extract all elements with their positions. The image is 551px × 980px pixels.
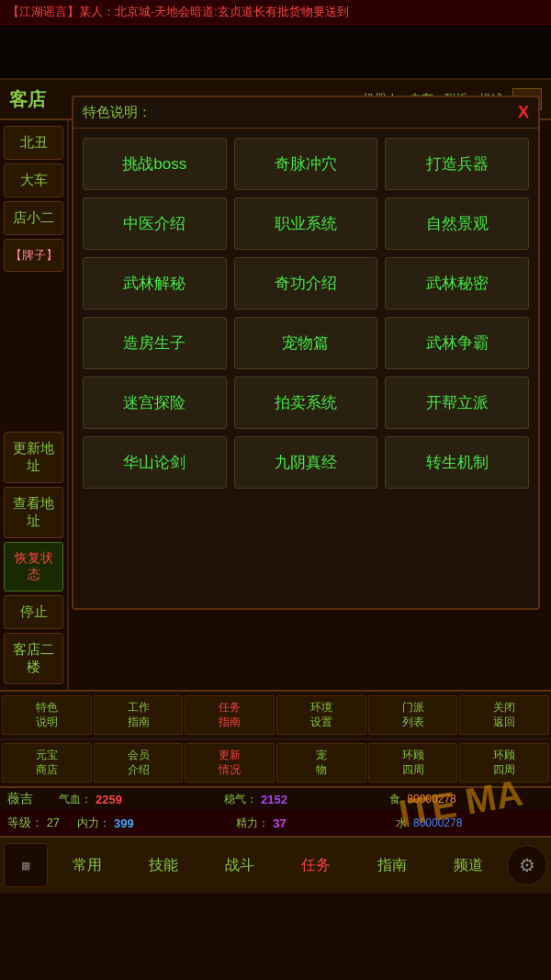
nav-btn-指南[interactable]: 指南	[354, 850, 429, 881]
sidebar-item-update-addr[interactable]: 更新地址	[4, 432, 63, 483]
modal-grid-cell-6[interactable]: 武林解秘	[83, 257, 227, 310]
modal-header: 特色说明： X	[73, 97, 538, 129]
nav-icon-left[interactable]: ▦	[4, 843, 48, 887]
toolbar2-btn-1[interactable]: 会员 介绍	[94, 743, 184, 783]
toolbar1-btn-0[interactable]: 特色 说明	[2, 695, 92, 735]
inner-label: 内力：	[77, 816, 110, 831]
water-block: 水. 80000278	[392, 813, 551, 834]
toolbar1-btn-3[interactable]: 环境 设置	[276, 695, 366, 735]
nav-btn-常用[interactable]: 常用	[50, 850, 124, 881]
modal-title: 特色说明：	[83, 104, 152, 121]
bottom-nav: ▦ 常用技能战斗任务指南频道⚙	[0, 836, 551, 893]
water-label: 水.	[396, 816, 410, 831]
stamina-value: 37	[273, 817, 286, 830]
inner-block: 内力： 399	[73, 813, 232, 834]
mp-value: 2152	[261, 793, 287, 806]
modal-grid-cell-8[interactable]: 武林秘密	[385, 257, 529, 310]
level-value: 27	[47, 816, 60, 829]
nav-btn-战斗[interactable]: 战斗	[202, 850, 276, 881]
sidebar-item-beichou[interactable]: 北丑	[4, 126, 63, 160]
mp-block: 稳气： 2152	[220, 789, 386, 810]
level-label: 等级：	[7, 816, 43, 829]
stats-row1: 薇吉 气血： 2259 稳气： 2152 食. 80000278	[0, 788, 551, 810]
modal-close-button[interactable]: X	[518, 103, 529, 122]
modal-overlay: 特色说明： X 挑战boss奇脉冲穴打造兵器中医介绍职业系统自然景观武林解秘奇功…	[72, 96, 540, 610]
sidebar-spacer	[4, 276, 63, 428]
sidebar-item-stop[interactable]: 停止	[4, 595, 63, 629]
modal-grid-cell-16[interactable]: 九阴真经	[234, 436, 378, 489]
sidebar-item-recover[interactable]: 恢复状态	[4, 542, 63, 591]
modal-grid-cell-11[interactable]: 武林争霸	[385, 317, 529, 369]
nav-left-icon: ▦	[21, 860, 30, 872]
modal-grid-cell-12[interactable]: 迷宫探险	[83, 377, 227, 429]
modal-grid-cell-5[interactable]: 自然景观	[385, 197, 529, 250]
toolbar2-btn-2[interactable]: 更新 情况	[185, 743, 275, 783]
toolbar2-btn-4[interactable]: 环顾 四周	[368, 743, 458, 783]
nav-btn-技能[interactable]: 技能	[126, 850, 200, 881]
stamina-block: 精力： 37	[232, 813, 391, 834]
toolbar1: 特色 说明工作 指南任务 指南环境 设置门派 列表关闭 返回	[0, 690, 551, 739]
water-value: 80000278	[413, 817, 462, 829]
modal-grid-cell-15[interactable]: 华山论剑	[83, 436, 227, 489]
toolbar1-btn-4[interactable]: 门派 列表	[368, 695, 458, 735]
nav-btn-频道[interactable]: 频道	[431, 850, 505, 881]
sidebar-item-xiaorer[interactable]: 店小二	[4, 201, 63, 235]
left-sidebar: 北丑 大车 店小二 【牌子】 更新地址 查看地址 恢复状态 停止 客店二楼	[0, 120, 69, 690]
toolbar1-btn-2[interactable]: 任务 指南	[185, 695, 275, 735]
nav-gear-icon[interactable]: ⚙	[507, 845, 547, 885]
modal-grid-cell-9[interactable]: 造房生子	[83, 317, 227, 369]
modal-grid: 挑战boss奇脉冲穴打造兵器中医介绍职业系统自然景观武林解秘奇功介绍武林秘密造房…	[73, 129, 538, 498]
modal-grid-cell-10[interactable]: 宠物篇	[234, 317, 378, 369]
hp-block: 气血： 2259	[55, 789, 220, 810]
toolbar2: 元宝 商店会员 介绍更新 情况宠 物环顾 四周环顾 四周	[0, 739, 551, 788]
ticker-bar: 【江湖谣言】某人：北京城-天地会暗道:玄贞道长有批货物要送到	[0, 0, 551, 25]
banner-area	[0, 25, 551, 80]
inner-value: 399	[114, 817, 134, 830]
stats-bar: 薇吉 气血： 2259 稳气： 2152 食. 80000278 等级： 27 …	[0, 788, 551, 836]
hp-label: 气血：	[59, 792, 92, 807]
stats-row2: 等级： 27 内力： 399 精力： 37 水. 80000278	[0, 810, 551, 836]
modal-grid-cell-1[interactable]: 奇脉冲穴	[234, 138, 378, 190]
modal-grid-cell-14[interactable]: 开帮立派	[385, 377, 529, 429]
sidebar-item-floor2[interactable]: 客店二楼	[4, 633, 63, 684]
stamina-label: 精力：	[236, 816, 269, 831]
toolbar2-btn-0[interactable]: 元宝 商店	[2, 743, 92, 783]
modal-grid-cell-3[interactable]: 中医介绍	[83, 197, 227, 250]
toolbar1-btn-1[interactable]: 工作 指南	[94, 695, 184, 735]
modal-grid-cell-4[interactable]: 职业系统	[234, 197, 378, 250]
modal-grid-cell-2[interactable]: 打造兵器	[385, 138, 529, 190]
sidebar-item-check-addr[interactable]: 查看地址	[4, 487, 63, 538]
toolbar2-btn-5[interactable]: 环顾 四周	[459, 743, 549, 783]
toolbar2-btn-3[interactable]: 宠 物	[276, 743, 366, 783]
nav-btn-任务[interactable]: 任务	[278, 850, 353, 881]
food-block: 食. 80000278	[386, 789, 551, 810]
modal-grid-cell-0[interactable]: 挑战boss	[83, 138, 227, 190]
hp-value: 2259	[96, 793, 122, 806]
mp-label: 稳气：	[224, 792, 257, 807]
ticker-text: 【江湖谣言】某人：北京城-天地会暗道:玄贞道长有批货物要送到	[7, 5, 349, 18]
sidebar-item-dache[interactable]: 大车	[4, 163, 63, 197]
player-name: 薇吉	[0, 788, 55, 810]
sidebar-item-paizi[interactable]: 【牌子】	[4, 239, 63, 272]
toolbar1-btn-5[interactable]: 关闭 返回	[459, 695, 549, 735]
modal-grid-cell-7[interactable]: 奇功介绍	[234, 257, 378, 310]
food-value: 80000278	[407, 793, 455, 805]
modal-grid-cell-17[interactable]: 转生机制	[385, 436, 529, 489]
modal-grid-cell-13[interactable]: 拍卖系统	[234, 377, 378, 429]
level-block: 等级： 27	[0, 812, 73, 834]
food-label: 食.	[389, 792, 403, 807]
